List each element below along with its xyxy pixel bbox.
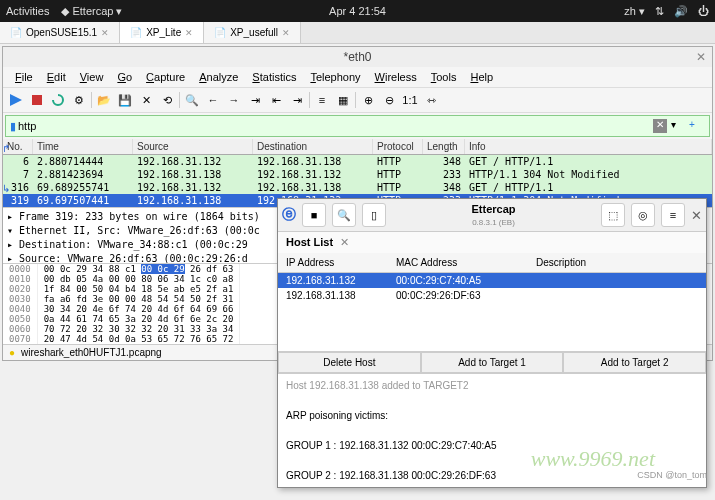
menu-item[interactable]: Edit xyxy=(41,69,72,85)
resize-cols-icon[interactable]: ⇿ xyxy=(422,91,440,109)
tab-hostlist[interactable]: Host List ✕ xyxy=(278,232,706,253)
targets-icon[interactable]: ◎ xyxy=(631,203,655,227)
ettercap-window: ⓔ ■ 🔍 ▯ Ettercap0.8.3.1 (EB) ⬚ ◎ ≡ ✕ Hos… xyxy=(277,198,707,488)
packet-list-header: No.TimeSourceDestinationProtocolLengthIn… xyxy=(3,139,712,155)
gnome-topbar: Activities ◆ Ettercap ▾ Apr 4 21:54 zh ▾… xyxy=(0,0,715,22)
hostlist-actions: Delete Host Add to Target 1 Add to Targe… xyxy=(278,351,706,373)
colorize-icon[interactable]: ▦ xyxy=(334,91,352,109)
close-file-icon[interactable]: ✕ xyxy=(137,91,155,109)
filter-input[interactable] xyxy=(16,118,651,134)
menu-item[interactable]: Capture xyxy=(140,69,191,85)
log-line: Host 192.168.31.138 added to TARGET2 xyxy=(286,378,698,393)
ettercap-logo-icon: ⓔ xyxy=(282,206,296,224)
restart-icon[interactable] xyxy=(49,91,67,109)
menu-bar: FileEditViewGoCaptureAnalyzeStatisticsTe… xyxy=(3,67,712,88)
stop-capture-icon[interactable] xyxy=(28,91,46,109)
menu-item[interactable]: Analyze xyxy=(193,69,244,85)
ettercap-title: Ettercap0.8.3.1 (EB) xyxy=(392,203,595,227)
expert-icon[interactable]: ● xyxy=(9,347,15,358)
vm-tabs: 📄 OpenSUSE15.1 ✕ 📄 XP_Lite ✕ 📄 XP_useful… xyxy=(0,22,715,44)
close-icon[interactable]: ✕ xyxy=(185,28,193,38)
host-list[interactable]: 192.168.31.13200:0C:29:C7:40:A5192.168.3… xyxy=(278,273,706,351)
close-icon[interactable]: ✕ xyxy=(282,28,290,38)
menu-item[interactable]: Telephony xyxy=(304,69,366,85)
close-icon[interactable]: ✕ xyxy=(101,28,109,38)
activities-button[interactable]: Activities xyxy=(6,5,49,17)
save-icon[interactable]: 💾 xyxy=(116,91,134,109)
zoom-in-icon[interactable]: ⊕ xyxy=(359,91,377,109)
mitm-icon[interactable]: ⬚ xyxy=(601,203,625,227)
close-icon[interactable]: ✕ xyxy=(696,50,706,64)
find-icon[interactable]: 🔍 xyxy=(183,91,201,109)
stop-icon[interactable]: ■ xyxy=(302,203,326,227)
input-lang[interactable]: zh ▾ xyxy=(624,5,645,18)
hostlist-icon[interactable]: ▯ xyxy=(362,203,386,227)
jump-icon[interactable]: ⇥ xyxy=(246,91,264,109)
log-line: ARP poisoning victims: xyxy=(286,408,698,423)
open-icon[interactable]: 📂 xyxy=(95,91,113,109)
app-menu[interactable]: ◆ Ettercap ▾ xyxy=(61,5,122,18)
delete-host-button[interactable]: Delete Host xyxy=(278,352,421,373)
host-row[interactable]: 192.168.31.13800:0C:29:26:DF:63 xyxy=(278,288,706,303)
host-row[interactable]: 192.168.31.13200:0C:29:C7:40:A5 xyxy=(278,273,706,288)
vm-tab[interactable]: 📄 OpenSUSE15.1 ✕ xyxy=(0,22,120,43)
log-line: GROUP 2 : 192.168.31.138 00:0C:29:26:DF:… xyxy=(286,468,698,483)
related-icon: ↳ xyxy=(2,183,10,194)
menu-item[interactable]: Help xyxy=(464,69,499,85)
display-filter: ▮ ✕ ▾ + xyxy=(5,115,710,137)
zoom-out-icon[interactable]: ⊖ xyxy=(380,91,398,109)
options-icon[interactable]: ⚙ xyxy=(70,91,88,109)
vm-tab[interactable]: 📄 XP_Lite ✕ xyxy=(120,22,204,43)
menu-item[interactable]: View xyxy=(74,69,110,85)
credit: CSDN @ton_tom xyxy=(637,470,707,480)
capture-file-label: wireshark_eth0HUFTJ1.pcapng xyxy=(21,347,162,358)
apply-filter-icon[interactable]: + xyxy=(689,119,703,133)
clear-filter-icon[interactable]: ✕ xyxy=(653,119,667,133)
clock[interactable]: Apr 4 21:54 xyxy=(329,5,386,17)
last-icon[interactable]: ⇥ xyxy=(288,91,306,109)
log-line: GROUP 1 : 192.168.31.132 00:0C:29:C7:40:… xyxy=(286,438,698,453)
first-icon[interactable]: ⇤ xyxy=(267,91,285,109)
ettercap-titlebar: ⓔ ■ 🔍 ▯ Ettercap0.8.3.1 (EB) ⬚ ◎ ≡ ✕ xyxy=(278,199,706,232)
reload-icon[interactable]: ⟲ xyxy=(158,91,176,109)
hostlist-header: IP AddressMAC AddressDescription xyxy=(278,253,706,273)
add-target2-button[interactable]: Add to Target 2 xyxy=(563,352,706,373)
network-icon[interactable]: ⇅ xyxy=(655,5,664,18)
vm-tab[interactable]: 📄 XP_usefull ✕ xyxy=(204,22,301,43)
window-title: *eth0✕ xyxy=(3,47,712,67)
add-target1-button[interactable]: Add to Target 1 xyxy=(421,352,564,373)
menu-icon[interactable]: ≡ xyxy=(661,203,685,227)
power-icon[interactable]: ⏻ xyxy=(698,5,709,18)
zoom-reset-icon[interactable]: 1:1 xyxy=(401,91,419,109)
toolbar: ⚙ 📂 💾 ✕ ⟲ 🔍 ← → ⇥ ⇤ ⇥ ≡ ▦ ⊕ ⊖ 1:1 ⇿ xyxy=(3,88,712,113)
next-icon[interactable]: → xyxy=(225,91,243,109)
recent-filter-icon[interactable]: ▾ xyxy=(671,119,685,133)
svg-rect-0 xyxy=(32,95,42,105)
packet-row[interactable]: 31669.689255741192.168.31.132192.168.31.… xyxy=(3,181,712,194)
prev-icon[interactable]: ← xyxy=(204,91,222,109)
related-icon: ↱ xyxy=(2,143,10,154)
search-icon[interactable]: 🔍 xyxy=(332,203,356,227)
menu-item[interactable]: Go xyxy=(111,69,138,85)
close-icon[interactable]: ✕ xyxy=(691,208,702,223)
menu-item[interactable]: Wireless xyxy=(369,69,423,85)
menu-item[interactable]: Statistics xyxy=(246,69,302,85)
packet-row[interactable]: 72.881423694192.168.31.138192.168.31.132… xyxy=(3,168,712,181)
start-capture-icon[interactable] xyxy=(7,91,25,109)
menu-item[interactable]: File xyxy=(9,69,39,85)
sound-icon[interactable]: 🔊 xyxy=(674,5,688,18)
autoscroll-icon[interactable]: ≡ xyxy=(313,91,331,109)
packet-row[interactable]: 62.880714444192.168.31.132192.168.31.138… xyxy=(3,155,712,168)
tab-close-icon[interactable]: ✕ xyxy=(340,236,349,248)
menu-item[interactable]: Tools xyxy=(425,69,463,85)
